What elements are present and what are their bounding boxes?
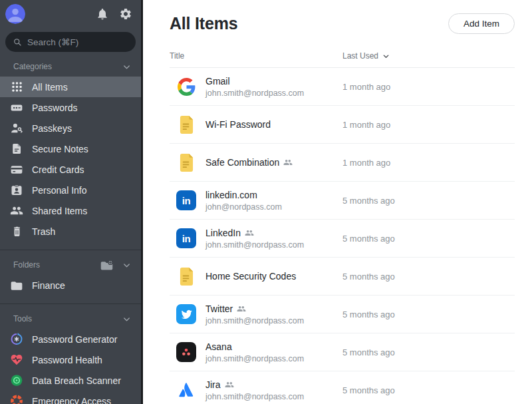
sidebar-item-emergency-access[interactable]: Emergency Access (0, 391, 141, 404)
chevron-down-icon[interactable] (122, 314, 132, 324)
sidebar-item-personal-info[interactable]: Personal Info (0, 180, 141, 200)
avatar[interactable] (5, 4, 25, 24)
sidebar-item-label: All Items (32, 82, 68, 93)
item-row-asana[interactable]: Asanajohn.smith@nordpass.com5 months ago (170, 333, 515, 371)
item-text: Twitterjohn.smith@nordpass.com (205, 303, 342, 325)
sidebar-item-password-health[interactable]: Password Health (0, 349, 141, 370)
main-content: All Items Add Item Title Last Used Gmail… (143, 0, 532, 404)
item-row-twitter[interactable]: Twitterjohn.smith@nordpass.com5 months a… (170, 296, 515, 333)
sidebar: Categories All ItemsPasswordsPasskeysSec… (0, 0, 143, 404)
chevron-down-icon[interactable] (122, 62, 132, 72)
credit-card-icon (10, 163, 23, 176)
folder-icon (10, 279, 23, 292)
sidebar-item-label: Password Health (32, 355, 102, 365)
item-row-gmail[interactable]: Gmailjohn.smith@nordpass.com1 month ago (170, 68, 515, 106)
item-last-used: 1 month ago (342, 158, 390, 168)
sidebar-item-label: Data Breach Scanner (32, 375, 121, 386)
sidebar-item-label: Trash (32, 226, 55, 237)
sidebar-item-trash[interactable]: Trash (0, 221, 141, 242)
item-title: Home Security Codes (205, 271, 296, 282)
item-last-used: 5 months ago (342, 309, 395, 319)
sidebar-item-label: Emergency Access (32, 396, 111, 404)
column-header-title: Title (170, 51, 342, 61)
item-row-linkedin-com[interactable]: inlinkedin.comjohn@nordpass.com5 months … (170, 182, 515, 220)
column-header-last-used[interactable]: Last Used (342, 51, 390, 61)
sidebar-item-label: Passkeys (32, 123, 72, 134)
item-text: LinkedInjohn.smith@nordpass.com (205, 228, 342, 250)
add-item-button[interactable]: Add Item (448, 13, 515, 34)
id-card-icon (10, 184, 23, 197)
item-text: linkedin.comjohn@nordpass.com (205, 190, 342, 212)
linkedin-icon: in (176, 190, 196, 210)
generator-icon (10, 333, 23, 346)
sidebar-item-data-breach-scanner[interactable]: Data Breach Scanner (0, 370, 141, 391)
sidebar-item-shared-items[interactable]: Shared Items (0, 200, 141, 221)
note-icon (10, 142, 23, 156)
breach-icon (10, 374, 23, 387)
item-text: Gmailjohn.smith@nordpass.com (205, 76, 342, 98)
google-icon (176, 77, 196, 97)
item-title: Safe Combination (205, 157, 279, 168)
search-input[interactable] (27, 37, 128, 47)
add-folder-icon[interactable] (100, 258, 114, 272)
item-row-wi-fi-password[interactable]: Wi-Fi Password1 month ago (170, 106, 515, 144)
yellow-note-icon (176, 114, 196, 134)
item-title: Twitter (205, 303, 233, 314)
categories-list: All ItemsPasswordsPasskeysSecure NotesCr… (0, 77, 141, 242)
item-last-used: 5 months ago (342, 347, 395, 357)
linkedin-icon: in (176, 228, 196, 248)
sidebar-item-finance[interactable]: Finance (0, 275, 141, 296)
search-bar[interactable] (5, 32, 136, 52)
item-row-linkedin[interactable]: inLinkedInjohn.smith@nordpass.com5 month… (170, 220, 515, 258)
sidebar-item-passwords[interactable]: Passwords (0, 97, 141, 118)
item-subtitle: john.smith@nordpass.com (205, 89, 342, 98)
bell-icon[interactable] (95, 7, 110, 21)
tools-list: Password GeneratorPassword HealthData Br… (0, 329, 141, 404)
sidebar-item-label: Credit Cards (32, 164, 84, 175)
tools-section-header: Tools (0, 311, 141, 326)
item-subtitle: john@nordpass.com (205, 202, 342, 212)
sidebar-item-label: Secure Notes (32, 144, 88, 154)
yellow-note-icon (176, 266, 196, 286)
item-text: Wi-Fi Password (205, 119, 342, 130)
sidebar-item-credit-cards[interactable]: Credit Cards (0, 159, 141, 180)
jira-icon (176, 380, 196, 400)
sidebar-item-secure-notes[interactable]: Secure Notes (0, 138, 141, 159)
shared-icon (283, 158, 293, 167)
item-last-used: 5 months ago (342, 196, 395, 206)
table-header: Title Last Used (170, 51, 515, 68)
item-list: Gmailjohn.smith@nordpass.com1 month agoW… (170, 68, 515, 404)
main-header: All Items Add Item (170, 13, 515, 34)
item-last-used: 5 months ago (342, 385, 395, 395)
people-icon (10, 204, 23, 218)
search-icon (13, 37, 23, 47)
item-title: Jira (205, 379, 221, 390)
categories-label: Categories (13, 62, 52, 71)
gear-icon[interactable] (118, 7, 133, 21)
grid-icon (10, 81, 23, 94)
item-row-home-security-codes[interactable]: Home Security Codes5 months ago (170, 258, 515, 296)
sidebar-top-bar (0, 0, 141, 24)
health-icon (10, 353, 23, 367)
categories-section-header: Categories (0, 59, 141, 74)
item-row-jira[interactable]: Jirajohn.smith@nordpass.com5 months ago (170, 371, 515, 404)
trash-icon (10, 225, 23, 238)
chevron-down-icon[interactable] (122, 260, 132, 270)
folders-section-header: Folders (0, 258, 141, 272)
sidebar-item-passkeys[interactable]: Passkeys (0, 118, 141, 138)
twitter-icon (176, 304, 196, 324)
shared-icon (225, 380, 234, 389)
page-title: All Items (170, 14, 237, 33)
sidebar-divider (0, 303, 141, 304)
sort-chevron-icon (382, 52, 390, 61)
item-row-safe-combination[interactable]: Safe Combination1 month ago (170, 144, 515, 182)
item-subtitle: john.smith@nordpass.com (205, 354, 342, 363)
sidebar-item-all-items[interactable]: All Items (0, 77, 141, 97)
sidebar-item-label: Passwords (32, 102, 77, 113)
sidebar-item-label: Password Generator (32, 334, 117, 345)
sidebar-item-password-generator[interactable]: Password Generator (0, 329, 141, 349)
item-title: Wi-Fi Password (205, 119, 271, 130)
asana-icon (176, 342, 196, 362)
item-last-used: 5 months ago (342, 272, 395, 282)
item-last-used: 1 month ago (342, 82, 390, 92)
